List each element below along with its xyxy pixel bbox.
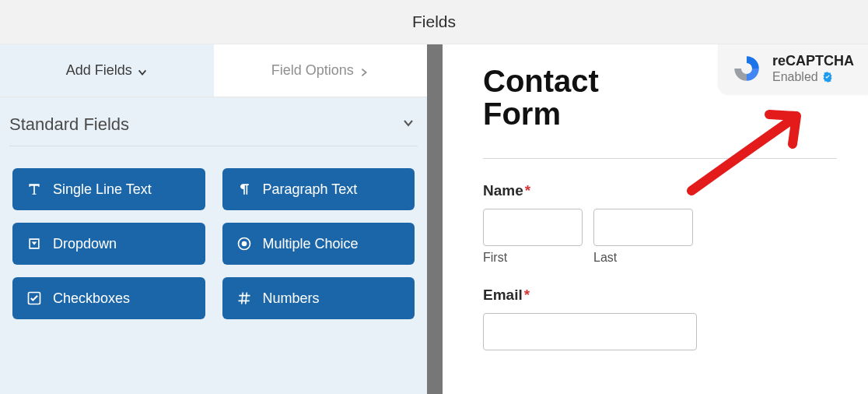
field-single-line-text[interactable]: Single Line Text <box>12 168 205 210</box>
field-email: Email* <box>483 287 837 350</box>
topbar-title: Fields <box>412 12 456 31</box>
form-divider <box>483 158 837 159</box>
field-label: Single Line Text <box>53 181 152 198</box>
field-label: Multiple Choice <box>263 236 359 252</box>
recaptcha-status-row: Enabled <box>772 69 854 84</box>
first-sublabel: First <box>483 251 583 265</box>
recaptcha-icon <box>730 52 763 85</box>
required-mark: * <box>525 182 530 199</box>
section-title: Standard Fields <box>9 114 129 135</box>
standard-fields-section: Standard Fields Single Line Text Paragra… <box>0 97 427 319</box>
caret-square-icon <box>26 236 42 252</box>
form-preview: reCAPTCHA Enabled Contact Form Name* <box>443 44 868 394</box>
section-header[interactable]: Standard Fields <box>9 114 418 146</box>
hash-icon <box>236 290 252 306</box>
chevron-down-icon <box>137 65 148 76</box>
first-name-input[interactable] <box>483 209 583 246</box>
field-label: Paragraph Text <box>263 181 358 198</box>
field-label: Checkboxes <box>53 290 130 307</box>
recaptcha-badge[interactable]: reCAPTCHA Enabled <box>718 44 868 94</box>
recaptcha-status: Enabled <box>772 69 818 84</box>
tab-options-label: Field Options <box>271 62 354 79</box>
check-square-icon <box>26 290 42 306</box>
form-title: Contact Form <box>483 65 677 130</box>
fields-grid: Single Line Text Paragraph Text Dropdown… <box>9 168 418 319</box>
text-t-icon <box>26 181 42 197</box>
email-input[interactable] <box>483 313 697 350</box>
last-name-input[interactable] <box>593 209 693 246</box>
field-multiple-choice[interactable]: Multiple Choice <box>222 223 415 265</box>
main-split: Add Fields Field Options Standard Fields <box>0 44 868 394</box>
topbar: Fields <box>0 0 868 44</box>
name-last-col: Last <box>593 209 693 265</box>
panel-divider[interactable] <box>427 44 443 394</box>
tab-field-options[interactable]: Field Options <box>214 44 428 97</box>
field-paragraph-text[interactable]: Paragraph Text <box>222 168 415 210</box>
name-row: First Last <box>483 209 837 265</box>
svg-point-1 <box>241 241 247 247</box>
field-checkboxes[interactable]: Checkboxes <box>12 277 205 319</box>
pilcrow-icon <box>236 181 252 197</box>
chevron-down-icon <box>402 117 415 132</box>
field-label-name: Name* <box>483 182 837 199</box>
tab-add-fields[interactable]: Add Fields <box>0 44 214 97</box>
required-mark: * <box>524 287 530 303</box>
last-sublabel: Last <box>593 251 693 265</box>
field-label-email: Email* <box>483 287 837 304</box>
field-numbers[interactable]: Numbers <box>222 277 415 319</box>
field-dropdown[interactable]: Dropdown <box>12 223 205 265</box>
field-name: Name* First Last <box>483 182 837 265</box>
radio-dot-icon <box>236 236 252 252</box>
tabs: Add Fields Field Options <box>0 44 427 97</box>
recaptcha-title: reCAPTCHA <box>772 53 854 70</box>
chevron-right-icon <box>359 65 369 76</box>
left-panel: Add Fields Field Options Standard Fields <box>0 44 427 394</box>
recaptcha-text: reCAPTCHA Enabled <box>772 53 854 85</box>
name-first-col: First <box>483 209 583 265</box>
tab-add-label: Add Fields <box>66 62 132 79</box>
field-label: Dropdown <box>53 236 117 252</box>
field-label: Numbers <box>263 290 320 307</box>
verified-badge-icon <box>821 71 834 83</box>
